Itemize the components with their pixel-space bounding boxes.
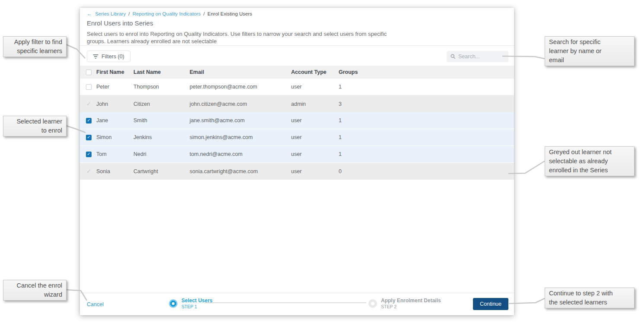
step1-number: STEP 1 <box>181 304 213 310</box>
step1-active-indicator-icon <box>169 299 178 308</box>
cell-account-type: user <box>291 168 339 174</box>
row-checkbox-checked[interactable] <box>86 135 92 140</box>
cell-account-type: admin <box>291 101 339 107</box>
table-row-tom-nedri[interactable]: Tom Nedri tom.nedri@acme.com user 1 <box>80 146 514 163</box>
row-checkbox[interactable] <box>86 84 92 90</box>
column-header-account-type[interactable]: Account Type <box>291 69 339 75</box>
row-checkbox-checked[interactable] <box>86 152 92 157</box>
cell-first-name: Simon <box>96 134 133 140</box>
cell-account-type: user <box>291 117 339 124</box>
callout-continue-step2: Continue to step 2 with the selected lea… <box>545 288 634 308</box>
section-divider <box>80 45 514 46</box>
row-checkbox-disabled <box>86 101 92 107</box>
cell-email: sonia.cartwright@acme.com <box>190 168 291 174</box>
cell-groups: 1 <box>339 151 514 157</box>
cell-last-name: Citizen <box>133 101 190 107</box>
cell-email: jane.smith@acme.com <box>190 117 291 124</box>
breadcrumb-link-series-library[interactable]: Series Library <box>95 11 126 16</box>
table-row-jane-smith[interactable]: Jane Smith jane.smith@acme.com user 1 <box>80 112 514 129</box>
select-all-checkbox[interactable] <box>86 70 92 75</box>
callout-cancel-wizard: Cancel the enrol wizard <box>3 280 67 301</box>
cell-first-name: Peter <box>96 84 133 90</box>
cell-groups: 1 <box>339 84 514 90</box>
cell-groups: 1 <box>339 117 514 124</box>
step2-inactive-indicator-icon <box>368 299 377 308</box>
filters-button[interactable]: Filters (0) <box>87 51 130 62</box>
wizard-footer: Cancel Select Users STEP 1 Apply Enrolme… <box>80 293 514 315</box>
filter-icon <box>93 54 98 59</box>
cell-groups: 3 <box>339 101 514 107</box>
row-checkbox-checked[interactable] <box>86 118 92 124</box>
row-checkbox-disabled <box>86 168 92 174</box>
column-header-last-name[interactable]: Last Name <box>133 69 190 75</box>
cell-last-name: Cartwright <box>133 168 190 174</box>
search-box[interactable] <box>447 51 508 62</box>
cell-account-type: user <box>291 151 339 157</box>
cell-account-type: user <box>291 134 339 140</box>
cell-first-name: Jane <box>96 117 133 124</box>
page-title: Enrol Users into Series <box>87 19 153 27</box>
table-row-simon-jenkins[interactable]: Simon Jenkins simon.jenkins@acme.com use… <box>80 129 514 146</box>
cell-last-name: Nedri <box>133 151 190 157</box>
callout-greyed-out-learner: Greyed out learner not selectable as alr… <box>545 146 634 176</box>
callout-search-learner: Search for specific learner by name or e… <box>545 36 634 66</box>
cell-last-name: Jenkins <box>133 134 190 140</box>
callout-selected-learner: Selected learner to enrol <box>3 116 67 136</box>
cell-email: peter.thompson@acme.com <box>190 84 291 90</box>
breadcrumb-link-series-name[interactable]: Reporting on Quality Indicators <box>133 11 201 16</box>
step2-number: STEP 2 <box>381 304 441 310</box>
table-header-row: First Name Last Name Email Account Type … <box>80 66 514 79</box>
callout-apply-filter: Apply filter to find specific learners <box>3 36 67 57</box>
continue-button[interactable]: Continue <box>473 298 508 310</box>
cell-groups: 0 <box>339 168 514 174</box>
cell-last-name: Smith <box>133 117 190 124</box>
breadcrumb-separator: / <box>128 11 130 16</box>
filters-button-label: Filters (0) <box>102 54 124 60</box>
enrol-users-panel: ← Series Library / Reporting on Quality … <box>80 8 514 315</box>
cell-first-name: Sonia <box>96 168 133 174</box>
cell-email: john.citizen@acme.com <box>190 101 291 107</box>
back-arrow-icon[interactable]: ← <box>87 11 92 17</box>
column-header-first-name[interactable]: First Name <box>96 69 133 75</box>
cell-first-name: John <box>96 101 133 107</box>
cell-last-name: Thompson <box>133 84 190 90</box>
search-input[interactable] <box>458 54 504 60</box>
breadcrumb: ← Series Library / Reporting on Quality … <box>87 11 252 17</box>
cell-first-name: Tom <box>96 151 133 157</box>
page-description: Select users to enrol into Reporting on … <box>87 30 389 45</box>
cell-account-type: user <box>291 84 339 90</box>
cell-email: simon.jenkins@acme.com <box>190 134 291 140</box>
cell-groups: 1 <box>339 134 514 140</box>
table-row-peter-thompson[interactable]: Peter Thompson peter.thompson@acme.com u… <box>80 79 514 95</box>
table-row-sonia-cartwright: Sonia Cartwright sonia.cartwright@acme.c… <box>80 163 514 180</box>
cancel-link[interactable]: Cancel <box>87 301 104 307</box>
step-progress-line <box>205 302 366 303</box>
cell-email: tom.nedri@acme.com <box>190 151 291 157</box>
breadcrumb-current-page: Enrol Existing Users <box>207 11 252 16</box>
column-header-email[interactable]: Email <box>190 69 291 75</box>
step2-label: Apply Enrolment Details <box>381 298 441 304</box>
table-row-john-citizen: John Citizen john.citizen@acme.com admin… <box>80 95 514 112</box>
users-table: First Name Last Name Email Account Type … <box>80 66 514 180</box>
search-icon <box>450 54 456 60</box>
wizard-step-1: Select Users STEP 1 <box>169 298 213 310</box>
column-header-groups[interactable]: Groups <box>339 69 514 75</box>
breadcrumb-separator: / <box>203 11 205 16</box>
wizard-step-2: Apply Enrolment Details STEP 2 <box>368 298 441 310</box>
